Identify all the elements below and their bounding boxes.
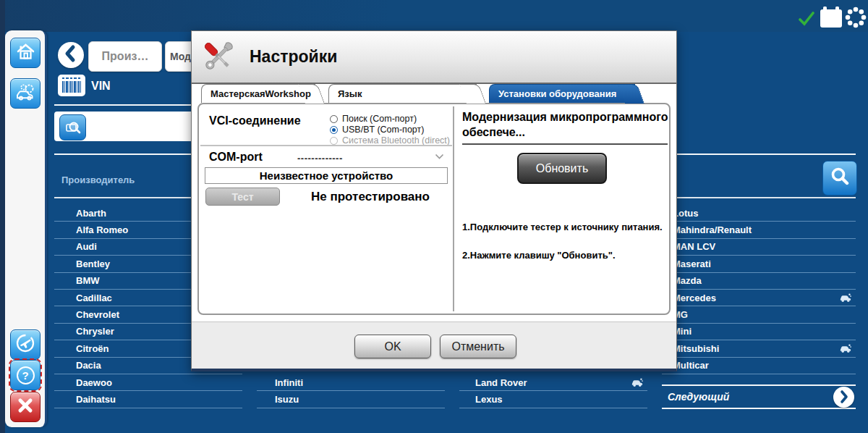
- manufacturer-row[interactable]: Mazda: [662, 273, 856, 290]
- settings-spinner-icon[interactable]: [845, 7, 867, 28]
- device-name-field[interactable]: Неизвестное устройство: [205, 167, 448, 184]
- manufacturer-row[interactable]: Daihatsu: [54, 391, 242, 408]
- sidebar: ?: [5, 30, 47, 427]
- home-button[interactable]: [10, 38, 41, 68]
- radio-bluetooth-direct: Система Bluetooth (direct): [330, 135, 450, 146]
- home-icon: [16, 42, 35, 64]
- manufacturer-column-header: Производитель: [61, 175, 135, 185]
- dialog-footer: [192, 321, 676, 369]
- tab-language[interactable]: Язык: [328, 84, 477, 103]
- manufacturer-row[interactable]: Mitsubishi: [662, 340, 856, 357]
- chevron-left-icon: [58, 41, 84, 70]
- tab-equipment-settings[interactable]: Установки оборудования: [489, 84, 635, 103]
- manufacturer-row[interactable]: MAN LCV: [662, 239, 856, 256]
- test-button[interactable]: Тест: [205, 188, 280, 206]
- vci-section-label: VCI-соединение: [209, 114, 301, 127]
- heading-underline: [462, 143, 668, 145]
- manufacturer-row[interactable]: Lexus: [459, 391, 647, 408]
- radio-disabled-icon: [330, 137, 338, 145]
- radio-checked-icon: [330, 126, 338, 134]
- search-icon: [829, 166, 851, 190]
- tab-workshop[interactable]: МастерскаяWorkshop: [201, 84, 315, 103]
- firmware-heading: Модернизация микропрограммного обеспече.…: [462, 109, 671, 140]
- manufacturer-row[interactable]: MG: [662, 306, 856, 323]
- panel-divider: [453, 106, 454, 311]
- back-button[interactable]: [58, 42, 84, 68]
- next-label: Следующий: [668, 391, 729, 403]
- dialog-tabs: МастерскаяWorkshop Язык Установки оборуд…: [192, 84, 676, 103]
- vin-barcode-icon[interactable]: [58, 75, 85, 96]
- ok-button[interactable]: OK: [354, 335, 431, 358]
- manufacturer-column-3: Land Rover Lexus: [459, 374, 647, 408]
- settings-tools-icon: [199, 37, 238, 79]
- dialog-title: Настройки: [250, 31, 337, 83]
- help-button[interactable]: ?: [10, 360, 41, 390]
- manufacturer-filter-label: Произ…: [102, 50, 149, 63]
- left-edge-strip: [0, 0, 5, 433]
- radio-search-com[interactable]: Поиск (Com-порт): [330, 114, 417, 124]
- vehicle-systems-button[interactable]: [10, 78, 41, 109]
- manufacturer-row[interactable]: Infiniti: [257, 374, 445, 391]
- manufacturer-row[interactable]: Daewoo: [54, 374, 242, 391]
- update-button[interactable]: Обновить: [517, 153, 607, 184]
- manufacturer-row[interactable]: Maserati: [662, 256, 856, 272]
- instruction-1: 1.Подключите тестер к источнику питания.: [462, 222, 663, 232]
- offline-mode-button[interactable]: [10, 329, 41, 360]
- status-check-icon: [799, 12, 814, 26]
- manufacturer-row[interactable]: Isuzu: [257, 391, 445, 408]
- car-gears-icon: [16, 83, 35, 105]
- com-port-label: COM-port: [209, 151, 263, 164]
- cancel-button[interactable]: Отменить: [440, 335, 516, 358]
- section-divider: [200, 145, 452, 146]
- top-bar: [0, 0, 868, 32]
- next-page-button[interactable]: Следующий: [662, 384, 856, 409]
- car-icon: [631, 377, 643, 387]
- car-icon: [839, 343, 851, 353]
- manufacturer-row[interactable]: Mini: [662, 324, 856, 340]
- calendar-icon[interactable]: [819, 6, 843, 29]
- car-icon: [839, 293, 851, 303]
- instruction-2: 2.Нажмите клавишу "Обновить".: [462, 250, 616, 261]
- vin-label: VIN: [91, 80, 111, 93]
- com-port-value[interactable]: -------------: [297, 153, 343, 164]
- exit-button[interactable]: [10, 392, 41, 422]
- manufacturer-filter-button[interactable]: Произ…: [88, 41, 162, 72]
- chevron-down-icon[interactable]: [435, 150, 444, 163]
- search-button[interactable]: [822, 161, 857, 196]
- test-status: Не протестировано: [298, 188, 443, 206]
- dialog-header: Настройки: [192, 31, 676, 84]
- manufacturer-column-2: Infiniti Isuzu: [257, 374, 445, 408]
- plate-search-icon[interactable]: [59, 114, 86, 140]
- radio-icon: [330, 115, 338, 123]
- radio-usb-bt[interactable]: USB/BT (Com-порт): [330, 125, 424, 135]
- manufacturer-row[interactable]: Mercedes: [662, 290, 856, 306]
- airplane-icon: [15, 333, 35, 356]
- diagnostic-app: ? Произ… Моде VIN: [0, 0, 868, 433]
- manufacturer-row[interactable]: Land Rover: [459, 374, 647, 391]
- manufacturer-row[interactable]: Lotus: [662, 205, 856, 222]
- settings-dialog: Настройки МастерскаяWorkshop Язык Устано…: [191, 30, 677, 371]
- close-icon: [16, 396, 35, 418]
- dialog-content-panel: VCI-соединение Поиск (Com-порт) USB/BT (…: [197, 103, 671, 315]
- help-icon: ?: [17, 366, 35, 384]
- chevron-right-icon: [833, 387, 854, 408]
- manufacturer-row[interactable]: Multicar: [662, 358, 856, 374]
- manufacturer-row[interactable]: Mahindra/Renault: [662, 222, 856, 238]
- manufacturer-column-4: Lotus Mahindra/Renault MAN LCV Maserati …: [662, 205, 856, 374]
